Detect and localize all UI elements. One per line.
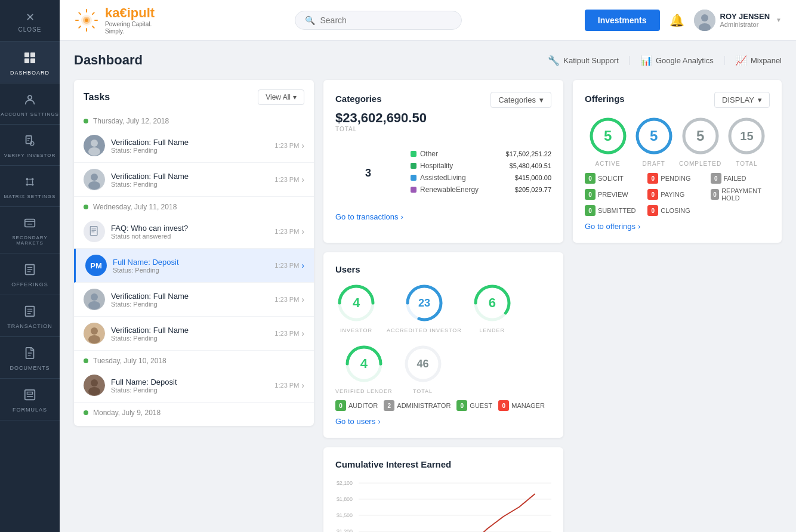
svg-rect-49 (90, 227, 97, 236)
task-item-deposit-active[interactable]: PM Full Name: Deposit Status: Pending 1:… (74, 249, 314, 283)
badge-repayment-hold: 0 REPAYMENT HOLD (711, 187, 770, 202)
task-status: Status: Pending (111, 335, 270, 342)
svg-text:$2,100: $2,100 (337, 480, 353, 486)
close-button[interactable]: ✕ CLOSE (0, 0, 60, 42)
badge-guest: 0 GUEST (456, 400, 492, 411)
notifications-icon[interactable]: 🔔 (669, 13, 684, 27)
investor-num: 4 (353, 295, 360, 311)
completed-num: 5 (680, 115, 721, 157)
google-analytics-link[interactable]: 📊 Google Analytics (640, 55, 714, 66)
categories-title: Categories (335, 94, 382, 104)
legend-dot-assisted (411, 175, 416, 181)
submitted-label: SUBMITTED (598, 207, 636, 214)
tasks-date-wed: Wednesday, July 11, 2018 (74, 197, 314, 215)
transaction-icon (23, 305, 36, 321)
legend-dot-other (411, 151, 416, 157)
go-users-arrow-icon: › (378, 417, 380, 426)
close-icon: ✕ (26, 11, 35, 24)
offering-total-stat: 15 TOTAL (726, 115, 767, 167)
svg-point-55 (88, 335, 100, 344)
task-avatar2 (84, 375, 105, 396)
sidebar-item-offerings[interactable]: OFFERINGS (0, 253, 60, 295)
task-item[interactable]: Verification: Full Name Status: Pending … (74, 283, 314, 317)
sidebar-item-formulas[interactable]: FORMULAS (0, 379, 60, 420)
users-total-stat: 46 TOTAL (402, 343, 444, 394)
verified-lender-ring: 4 (343, 343, 385, 385)
task-time: 1:23 PM (274, 296, 299, 303)
search-box[interactable]: 🔍 (295, 11, 462, 30)
go-users-link[interactable]: Go to users › (335, 417, 551, 426)
legend-value-renewable: $205,029.77 (515, 186, 551, 193)
legend-value-other: $17,502,251.22 (506, 150, 551, 157)
svg-line-16 (92, 13, 94, 14)
task-name: Verification: Full Name (111, 292, 270, 301)
sidebar-item-matrix-settings[interactable]: MATRIX SETTINGS (0, 166, 60, 207)
svg-line-22 (79, 13, 81, 14)
sidebar-verify-label: VERIFY INVESTOR (4, 153, 56, 158)
task-chevron-icon: › (301, 381, 304, 390)
investments-button[interactable]: Investments (585, 10, 660, 31)
go-transactions-link[interactable]: Go to transactions › (335, 212, 551, 221)
katipult-support-link[interactable]: 🔧 Katipult Support (548, 55, 619, 66)
go-offerings-link[interactable]: Go to offerings › (585, 222, 770, 231)
tasks-date-thu: Thursday, July 12, 2018 (74, 111, 314, 129)
svg-text:3: 3 (365, 167, 371, 179)
task-chevron-icon: › (301, 141, 304, 150)
task-item[interactable]: Verification: Full Name Status: Pending … (74, 317, 314, 351)
badge-preview: 0 PREVIEW (585, 187, 644, 202)
mixpanel-link[interactable]: 📈 Mixpanel (735, 55, 782, 66)
svg-point-51 (91, 293, 98, 301)
sidebar-item-transaction[interactable]: TRANSACTION (0, 295, 60, 337)
task-item[interactable]: Verification: Full Name Status: Pending … (74, 163, 314, 197)
sidebar-item-verify-investor[interactable]: VERIFY INVESTOR (0, 125, 60, 166)
task-item-faq[interactable]: FAQ: Who can invest? Status not answered… (74, 215, 314, 249)
sidebar-item-account-settings[interactable]: ACCOUNT SETTINGS (0, 83, 60, 125)
date-wed-label: Wednesday, July 11, 2018 (93, 203, 177, 211)
donut-chart: 3 (335, 141, 401, 206)
offerings-header: Offerings DISPLAY ▾ (585, 92, 770, 108)
legend-name-renewable: RenewableEnergy (420, 185, 479, 194)
legend-assisted: AssistedLiving $415,000.00 (411, 174, 551, 182)
offering-draft-stat: 5 DRAFT (633, 115, 675, 167)
task-text: Full Name: Deposit Status: Pending (111, 378, 270, 394)
sidebar-item-dashboard[interactable]: DASHBOARD (0, 42, 60, 83)
sidebar-offerings-label: OFFERINGS (11, 282, 48, 287)
submitted-num: 0 (585, 205, 596, 216)
badge-administrator: 2 ADMINISTRATOR (384, 400, 451, 411)
auditor-label: AUDITOR (348, 402, 378, 409)
accredited-label: ACCREDITED INVESTOR (387, 327, 462, 333)
sidebar-item-documents[interactable]: DOCUMENTS (0, 337, 60, 379)
categories-dropdown[interactable]: Categories ▾ (490, 92, 551, 108)
go-transactions-arrow-icon: › (401, 212, 403, 221)
offerings-icon (23, 263, 36, 279)
legend-value-hospitality: $5,480,409.51 (510, 162, 551, 169)
search-icon: 🔍 (305, 16, 315, 25)
task-initials: PM (85, 255, 107, 276)
task-time: 1:23 PM (274, 176, 299, 183)
tasks-scroll[interactable]: Thursday, July 12, 2018 Verification: Fu… (74, 111, 314, 426)
active-label: ACTIVE (596, 160, 621, 167)
svg-point-57 (91, 379, 98, 386)
offerings-dropdown[interactable]: DISPLAY ▾ (714, 92, 770, 108)
task-item-deposit3[interactable]: Full Name: Deposit Status: Pending 1:23 … (74, 420, 314, 426)
task-item[interactable]: Verification: Full Name Status: Pending … (74, 129, 314, 163)
task-item-deposit2[interactable]: Full Name: Deposit Status: Pending 1:23 … (74, 369, 314, 403)
cumulative-interest-card: Cumulative Interest Earned $2,100 $1,800… (323, 447, 563, 532)
logo-tagline: Powering Capital. Simply. (105, 21, 155, 35)
task-time: 1:23 PM (274, 228, 299, 235)
task-name: Verification: Full Name (111, 326, 270, 335)
view-all-label: View All (266, 93, 291, 101)
offering-circles: 5 ACTIVE 5 DRAFT (585, 115, 770, 167)
view-all-button[interactable]: View All ▾ (258, 89, 304, 105)
categories-total-label: TOTAL (335, 126, 551, 132)
investor-ring: 4 (335, 282, 377, 324)
date-dot-tue (84, 358, 88, 363)
task-avatar (84, 323, 105, 344)
legend-dot-hospitality (411, 163, 416, 169)
svg-text:$1,800: $1,800 (337, 496, 353, 502)
user-menu[interactable]: ROY JENSEN Administrator ▼ (694, 10, 782, 31)
search-input[interactable] (320, 16, 452, 25)
sidebar-item-secondary-markets[interactable]: SECONDARY MARKETS (0, 207, 60, 253)
google-analytics-label: Google Analytics (656, 56, 714, 65)
users-total-ring: 46 (402, 343, 444, 385)
